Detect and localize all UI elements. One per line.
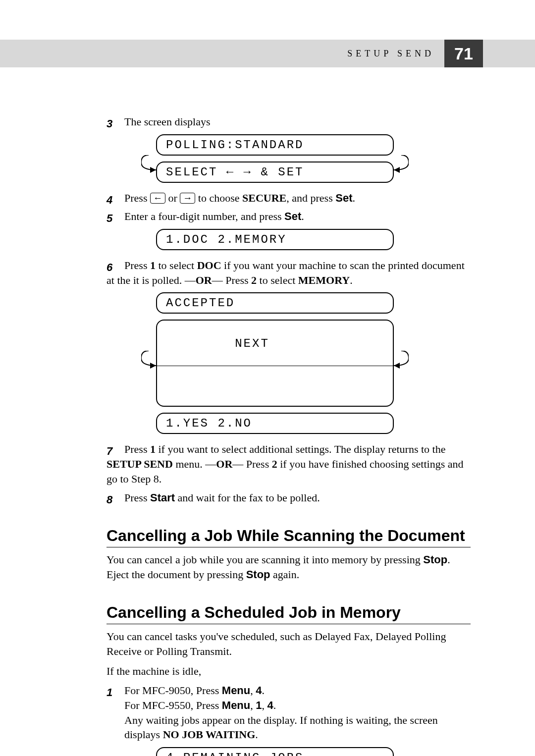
paragraph: You can cancel a job while you are scann… [107,552,471,582]
svg-marker-4 [394,363,400,369]
lcd-display: POLLING:STANDARD [156,134,394,156]
step-text: Enter a four-digit number, and press Set… [124,210,304,222]
svg-marker-1 [394,167,400,173]
divider [156,366,394,366]
step-text: For MFC-9050, Press Menu, 4. [124,684,265,697]
sched-step-1: 1For MFC-9050, Press Menu, 4. For MFC-95… [107,683,471,742]
lcd-display: NEXT [156,320,394,407]
lcd-group-accepted: ACCEPTED NEXT 1.YES 2.NO [156,292,394,434]
step-text: The screen displays [124,115,211,128]
step-text: For MFC-9550, Press Menu, 1, 4. [124,698,471,713]
step-8: 8Press Start and wait for the fax to be … [107,490,471,505]
lcd-display: 1.DOC 2.MEMORY [156,229,394,250]
divider [107,624,471,624]
step-number: 8 [107,492,120,504]
step-number: 1 [107,685,120,697]
step-4: 4Press ← or → to choose SECURE, and pres… [107,191,471,206]
lcd-display: ACCEPTED [156,292,394,314]
left-key-icon: ← [150,193,165,204]
step-number: 5 [107,211,120,223]
lcd-group-docmem: 1.DOC 2.MEMORY [156,229,394,250]
lcd-display: 4.REMAINING JOBS [156,747,394,756]
lcd-group-remaining: 4.REMAINING JOBS [156,747,394,756]
step-text: Press ← or → to choose SECURE, and press… [124,192,355,204]
step-number: 3 [107,116,120,128]
paragraph: You can cancel tasks you've scheduled, s… [107,629,471,658]
right-key-icon: → [180,193,195,204]
step-number: 4 [107,193,120,205]
paragraph: If the machine is idle, [107,664,471,679]
step-text: Press 1 if you want to select additional… [107,443,464,485]
step-6: 6Press 1 to select DOC if you want your … [107,258,471,287]
step-number: 6 [107,260,120,272]
lcd-display: SELECT ← → & SET [156,162,394,183]
step-number: 7 [107,444,120,456]
header-section-label: SETUP SEND [347,49,434,59]
lcd-text: NEXT [235,337,269,350]
heading-cancel-scan: Cancelling a Job While Scanning the Docu… [107,527,471,545]
step-7: 7Press 1 if you want to select additiona… [107,442,471,486]
step-3: 3The screen displays [107,114,471,129]
step-text: Any waiting jobs appear on the display. … [124,713,471,742]
lcd-group-polling: POLLING:STANDARD SELECT ← → & SET [156,134,394,183]
step-text: Press 1 to select DOC if you want your m… [107,259,465,286]
svg-marker-3 [150,363,156,369]
divider [107,547,471,547]
heading-cancel-sched: Cancelling a Scheduled Job in Memory [107,603,471,622]
lcd-display: 1.YES 2.NO [156,413,394,434]
step-text: Press Start and wait for the fax to be p… [124,491,320,504]
page-header: SETUP SEND 71 [0,40,535,67]
step-5: 5Enter a four-digit number, and press Se… [107,209,471,224]
svg-marker-0 [150,167,156,173]
page-number: 71 [444,40,483,67]
